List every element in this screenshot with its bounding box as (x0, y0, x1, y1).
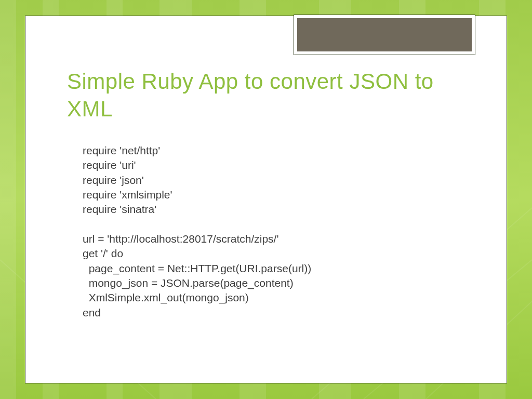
code-line: mongo_json = JSON.parse(page_content) (83, 277, 294, 289)
slide-title: Simple Ruby App to convert JSON to XML (67, 68, 467, 123)
code-line: require 'uri' (83, 159, 136, 171)
code-line: require 'sinatra' (83, 203, 156, 215)
decorative-tab-fill (297, 18, 472, 51)
code-line: end (83, 307, 101, 318)
code-line: require 'json' (83, 174, 144, 186)
code-line: require 'net/http' (83, 144, 160, 156)
code-line: page_content = Net::HTTP.get(URI.parse(u… (83, 262, 311, 274)
code-line: require 'xmlsimple' (83, 189, 172, 201)
decorative-tab (294, 15, 475, 55)
code-line: get '/' do (83, 247, 123, 259)
code-line: url = 'http://localhost:28017/scratch/zi… (83, 233, 278, 245)
code-block: require 'net/http' require 'uri' require… (83, 143, 467, 320)
code-line: XmlSimple.xml_out(mongo_json) (83, 291, 249, 303)
slide-panel: Simple Ruby App to convert JSON to XML r… (25, 16, 507, 383)
